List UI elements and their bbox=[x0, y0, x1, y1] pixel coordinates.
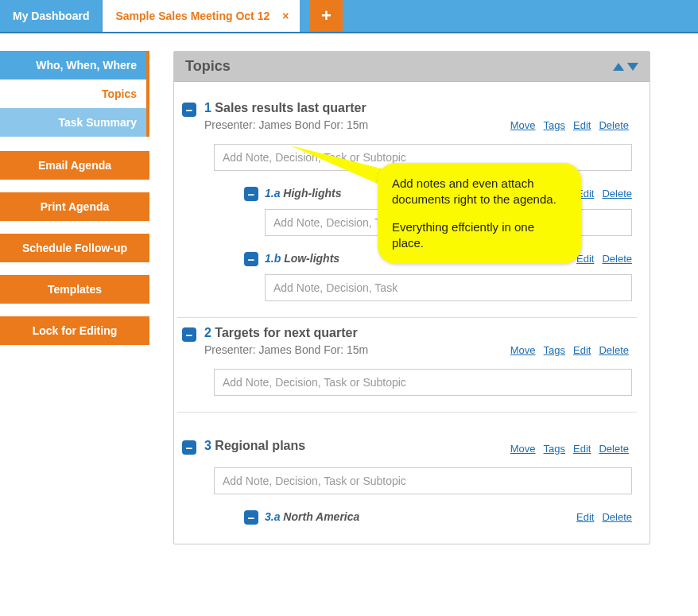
subtopic-title: 1.a High-lights bbox=[265, 187, 341, 200]
edit-link[interactable]: Edit bbox=[573, 119, 591, 131]
schedule-followup-button[interactable]: Schedule Follow-up bbox=[0, 234, 149, 262]
move-link[interactable]: Move bbox=[510, 344, 536, 356]
topic-name: Targets for next quarter bbox=[215, 326, 357, 339]
add-note-input[interactable] bbox=[265, 274, 632, 301]
add-note-input[interactable] bbox=[214, 144, 632, 171]
tab-dashboard-label: My Dashboard bbox=[13, 10, 89, 22]
subtopic-name: North America bbox=[283, 510, 359, 523]
button-label: Templates bbox=[48, 283, 102, 296]
tags-link[interactable]: Tags bbox=[544, 119, 565, 131]
topic-actions: Move Tags Edit Delete bbox=[510, 443, 629, 455]
tab-bar: My Dashboard Sample Sales Meeting Oct 12… bbox=[0, 0, 698, 33]
subtopic-actions: Edit Delete bbox=[576, 188, 632, 200]
topic-presenter: Presenter: James Bond For: 15m bbox=[204, 343, 368, 356]
collapse-icon[interactable]: − bbox=[244, 252, 258, 266]
add-tab-button[interactable]: + bbox=[309, 0, 343, 32]
lock-for-editing-button[interactable]: Lock for Editing bbox=[0, 316, 149, 345]
subtopic-name: Low-lights bbox=[284, 252, 339, 265]
subtopic-number: 3.a bbox=[265, 510, 280, 523]
subtopic-item: − 1.a High-lights Edit Delete bbox=[244, 185, 632, 236]
sidebar-nav: Who, When, Where Topics Task Summary bbox=[0, 51, 149, 137]
collapse-icon[interactable]: − bbox=[182, 103, 196, 117]
delete-link[interactable]: Delete bbox=[602, 511, 632, 523]
sidebar-item-label: Task Summary bbox=[58, 116, 137, 129]
tab-meeting-label: Sample Sales Meeting Oct 12 bbox=[115, 10, 270, 22]
topic-name: Sales results last quarter bbox=[215, 101, 366, 114]
delete-link[interactable]: Delete bbox=[599, 119, 629, 131]
topic-item: − 2 Targets for next quarter Presenter: … bbox=[177, 318, 637, 413]
print-agenda-button[interactable]: Print Agenda bbox=[0, 192, 149, 221]
button-label: Schedule Follow-up bbox=[22, 242, 127, 254]
sidebar-item-who[interactable]: Who, When, Where bbox=[0, 51, 146, 79]
move-link[interactable]: Move bbox=[510, 443, 536, 455]
subtopic-title: 1.b Low-lights bbox=[265, 252, 339, 265]
close-icon[interactable]: × bbox=[279, 10, 292, 22]
collapse-icon[interactable]: − bbox=[244, 187, 258, 201]
topic-number: 3 bbox=[204, 439, 211, 452]
topics-panel: Topics − 1 Sales res bbox=[173, 51, 650, 544]
edit-link[interactable]: Edit bbox=[576, 253, 594, 265]
sidebar-item-task-summary[interactable]: Task Summary bbox=[0, 108, 146, 137]
edit-link[interactable]: Edit bbox=[576, 511, 594, 523]
plus-icon: + bbox=[321, 6, 332, 26]
tags-link[interactable]: Tags bbox=[544, 344, 565, 356]
email-agenda-button[interactable]: Email Agenda bbox=[0, 151, 149, 180]
topic-item: − 1 Sales results last quarter Presenter… bbox=[177, 93, 637, 318]
topic-number: 2 bbox=[204, 326, 211, 339]
delete-link[interactable]: Delete bbox=[599, 443, 629, 455]
subtopic-title: 3.a North America bbox=[265, 510, 359, 523]
subtopic-item: − 1.b Low-lights Edit Delete bbox=[244, 250, 632, 301]
panel-sort-arrows bbox=[613, 63, 638, 71]
topic-actions: Move Tags Edit Delete bbox=[510, 119, 629, 131]
sidebar: Who, When, Where Topics Task Summary Ema… bbox=[0, 51, 149, 544]
topic-title: 3 Regional plans bbox=[204, 439, 305, 453]
tags-link[interactable]: Tags bbox=[544, 443, 565, 455]
panel-header: Topics bbox=[174, 52, 650, 82]
subtopic-actions: Edit Delete bbox=[576, 253, 632, 265]
topic-title: 1 Sales results last quarter bbox=[204, 101, 368, 115]
add-note-input[interactable] bbox=[265, 209, 632, 236]
collapse-icon[interactable]: − bbox=[244, 510, 258, 525]
topic-presenter: Presenter: James Bond For: 15m bbox=[204, 118, 368, 131]
subtopic-name: High-lights bbox=[283, 187, 341, 200]
templates-button[interactable]: Templates bbox=[0, 275, 149, 304]
topic-item: − 3 Regional plans Move Tags Edi bbox=[177, 413, 637, 540]
button-label: Print Agenda bbox=[41, 200, 110, 213]
topic-title: 2 Targets for next quarter bbox=[204, 326, 368, 340]
collapse-icon[interactable]: − bbox=[182, 327, 196, 342]
button-label: Lock for Editing bbox=[33, 324, 118, 337]
edit-link[interactable]: Edit bbox=[573, 344, 591, 356]
tab-dashboard[interactable]: My Dashboard bbox=[0, 0, 103, 32]
subtopic-number: 1.b bbox=[265, 252, 281, 265]
topic-actions: Move Tags Edit Delete bbox=[510, 344, 629, 356]
edit-link[interactable]: Edit bbox=[573, 443, 591, 455]
delete-link[interactable]: Delete bbox=[602, 188, 632, 200]
sidebar-item-label: Topics bbox=[102, 87, 137, 100]
subtopic-item: − 3.a North America Edit Delete bbox=[244, 509, 632, 525]
sidebar-item-topics[interactable]: Topics bbox=[0, 79, 146, 108]
topic-number: 1 bbox=[204, 101, 211, 114]
add-note-input[interactable] bbox=[214, 467, 632, 494]
subtopic-actions: Edit Delete bbox=[576, 511, 632, 523]
button-label: Email Agenda bbox=[38, 159, 111, 172]
delete-link[interactable]: Delete bbox=[599, 344, 629, 356]
collapse-icon[interactable]: − bbox=[182, 440, 196, 455]
sort-up-icon[interactable] bbox=[613, 63, 624, 71]
tab-meeting[interactable]: Sample Sales Meeting Oct 12 × bbox=[103, 0, 300, 32]
edit-link[interactable]: Edit bbox=[576, 188, 594, 200]
panel-title: Topics bbox=[185, 58, 231, 75]
sidebar-item-label: Who, When, Where bbox=[36, 59, 137, 72]
add-note-input[interactable] bbox=[214, 369, 632, 396]
subtopic-number: 1.a bbox=[265, 187, 280, 200]
move-link[interactable]: Move bbox=[510, 119, 536, 131]
delete-link[interactable]: Delete bbox=[602, 253, 632, 265]
topic-name: Regional plans bbox=[215, 439, 305, 452]
sort-down-icon[interactable] bbox=[627, 63, 638, 71]
